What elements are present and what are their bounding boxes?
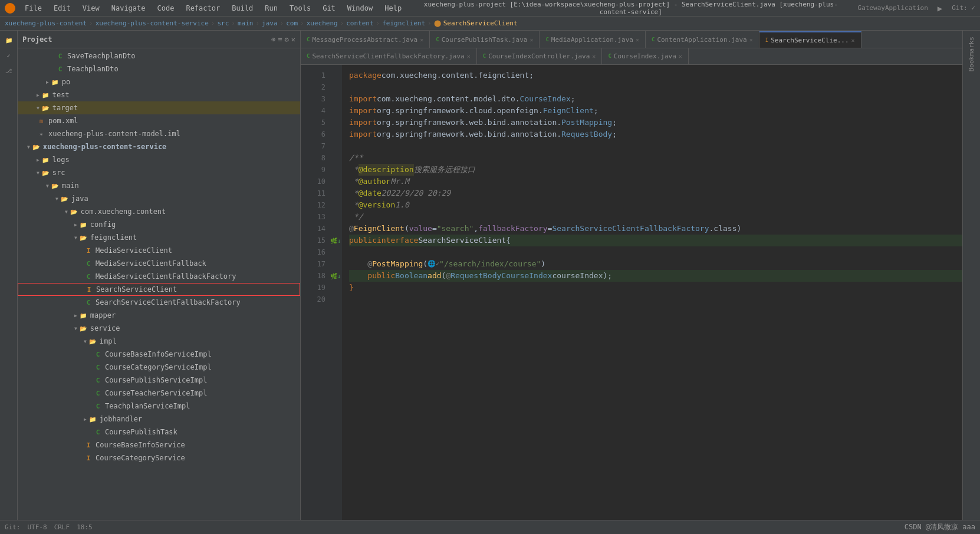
tree-item-feignclient[interactable]: ▼ 📂 feignclient	[18, 231, 300, 244]
panel-icon-expand[interactable]: ≡	[278, 35, 282, 44]
tree-item-CoursePublishServiceImpl[interactable]: C CoursePublishServiceImpl	[18, 374, 300, 387]
breadcrumb-item-10[interactable]: SearchServiceClient	[443, 19, 518, 27]
menu-help[interactable]: Help	[382, 3, 404, 14]
tab-ContentApplication[interactable]: C ContentApplication.java ✕	[646, 31, 759, 48]
tree-item-MediaServiceClientFallback[interactable]: C MediaServiceClientFallback	[18, 257, 300, 270]
menu-tools[interactable]: Tools	[287, 3, 313, 14]
menu-view[interactable]: View	[80, 3, 102, 14]
java-class-icon: C	[84, 298, 93, 307]
tree-item-CourseBaseInfoService[interactable]: I CourseBaseInfoService	[18, 439, 300, 451]
menu-code[interactable]: Code	[155, 3, 177, 14]
breadcrumb-item-1[interactable]: xuecheng-plus-content-service	[96, 19, 209, 27]
tree-item-package[interactable]: ▼ 📂 com.xuecheng.content	[18, 205, 300, 218]
window-title: xuecheng-plus-project [E:\idea-workspace…	[411, 1, 850, 16]
tree-item-TeachplanServiceImpl[interactable]: C TeachplanServiceImpl	[18, 400, 300, 413]
interface-name: SearchServiceClient	[418, 235, 506, 246]
breadcrumb-item-7[interactable]: content	[346, 19, 373, 27]
tree-item-logs[interactable]: ▶ 📁 logs	[18, 153, 300, 166]
tree-item-CourseCategoryServiceImpl[interactable]: C CourseCategoryServiceImpl	[18, 361, 300, 374]
tab-CoursePublishTask[interactable]: C CoursePublishTask.java ✕	[430, 31, 540, 48]
tab-label: CourseIndex.java	[614, 52, 676, 60]
folder-open-icon: 📂	[60, 194, 69, 203]
tree-item-po[interactable]: ▶ 📁 po	[18, 75, 300, 88]
breadcrumb-sep-2: ›	[231, 19, 235, 27]
tree-item-jobhandler[interactable]: ▶ 📁 jobhandler	[18, 413, 300, 426]
breadcrumb-item-5[interactable]: com	[286, 19, 298, 27]
tree-item-MediaServiceClientFallbackFactory[interactable]: C MediaServiceClientFallbackFactory	[18, 270, 300, 283]
tree-item-config[interactable]: ▶ 📁 config	[18, 218, 300, 231]
java-interface-icon: I	[84, 246, 93, 255]
code-content[interactable]: package com.xuecheng.content.feignclient…	[342, 65, 962, 520]
tree-item-content-service[interactable]: ▼ 📂 xuecheng-plus-content-service	[18, 140, 300, 153]
menu-file[interactable]: File	[22, 3, 44, 14]
string: "/search/index/course"	[439, 258, 541, 270]
folder-open-icon: 📂	[78, 324, 88, 333]
tab-close-button[interactable]: ✕	[420, 37, 423, 43]
tab-close-button[interactable]: ✕	[467, 53, 471, 60]
sidebar-icon-project[interactable]: 📁	[2, 33, 16, 47]
panel-icon-collapse[interactable]: ⊕	[271, 35, 275, 44]
tab-CourseIndex[interactable]: C CourseIndex.java ✕	[602, 48, 688, 64]
comment: *	[349, 164, 359, 176]
tab-close-button[interactable]: ✕	[636, 37, 639, 43]
sidebar-icon-commit[interactable]: ✓	[2, 48, 16, 62]
breadcrumb-item-2[interactable]: src	[217, 19, 229, 27]
tree-label: logs	[52, 156, 70, 164]
tab-MessageProcessAbstract[interactable]: C MessageProcessAbstract.java ✕	[301, 31, 430, 48]
tree-item-java[interactable]: ▼ 📂 java	[18, 192, 300, 205]
run-button[interactable]: ▶	[938, 4, 942, 13]
chevron-down-icon: ▼	[55, 196, 58, 202]
tree-item-pom[interactable]: m pom.xml	[18, 114, 300, 127]
tab-close-button[interactable]: ✕	[749, 37, 753, 43]
run-config[interactable]: GatewayApplication	[858, 4, 928, 12]
breadcrumb-item-4[interactable]: java	[262, 19, 278, 27]
menu-edit[interactable]: Edit	[51, 3, 73, 14]
tab-SearchServiceClientFallbackFactory[interactable]: C SearchServiceClientFallbackFactory.jav…	[301, 48, 477, 64]
tree-item-service[interactable]: ▼ 📂 service	[18, 322, 300, 335]
menu-navigate[interactable]: Navigate	[109, 3, 148, 14]
line-numbers: 12345 678910 1112131415 1617181920	[301, 65, 330, 520]
tree-item-iml[interactable]: ✶ xuecheng-plus-content-model.iml	[18, 127, 300, 140]
tree-item-src[interactable]: ▼ 📂 src	[18, 166, 300, 179]
menu-refactor[interactable]: Refactor	[183, 3, 222, 14]
tab-close-button[interactable]: ✕	[851, 37, 855, 44]
tab-MediaApplication[interactable]: C MediaApplication.java ✕	[540, 31, 646, 48]
menu-window[interactable]: Window	[345, 3, 375, 14]
tree-item-SearchServiceClient[interactable]: I SearchServiceClient	[18, 283, 300, 296]
tree-item-MediaServiceClient[interactable]: I MediaServiceClient	[18, 244, 300, 257]
tab-close-button[interactable]: ✕	[679, 53, 682, 60]
tree-item-target[interactable]: ▼ 📂 target	[18, 101, 300, 114]
tree-item-mapper[interactable]: ▶ 📁 mapper	[18, 309, 300, 322]
tree-item-TeachplanDto[interactable]: C TeachplanDto	[18, 62, 300, 75]
git-button[interactable]: Git: ✓	[952, 4, 975, 12]
panel-icon-settings[interactable]: ⚙	[285, 35, 289, 44]
panel-icon-close[interactable]: ✕	[291, 35, 295, 44]
tree-item-impl[interactable]: ▼ 📂 impl	[18, 335, 300, 348]
tree-item-test[interactable]: ▶ 📁 test	[18, 88, 300, 101]
bookmarks-label[interactable]: Bookmarks	[965, 33, 978, 75]
menu-run[interactable]: Run	[262, 3, 280, 14]
panel-title: Project	[22, 35, 268, 44]
tab-java-icon: C	[307, 53, 310, 59]
tree-item-CourseBaseInfoServiceImpl[interactable]: C CourseBaseInfoServiceImpl	[18, 348, 300, 361]
tree-item-SearchServiceClientFallbackFactory[interactable]: C SearchServiceClientFallbackFactory	[18, 296, 300, 309]
tree-label: main	[62, 182, 79, 190]
tab-close-button[interactable]: ✕	[592, 53, 596, 60]
tab-close-button[interactable]: ✕	[530, 37, 533, 43]
tree-item-CoursePublishTask[interactable]: C CoursePublishTask	[18, 426, 300, 439]
tree-item-CourseCategoryService[interactable]: I CourseCategoryService	[18, 451, 300, 464]
breadcrumb-item-3[interactable]: main	[238, 19, 254, 27]
tree-item-SaveTeachplanDto[interactable]: C SaveTeachplanDto	[18, 50, 300, 62]
menu-git[interactable]: Git	[320, 3, 338, 14]
breadcrumb-sep-7: ›	[376, 19, 380, 27]
tab-SearchServiceClient[interactable]: I SearchServiceClie... ✕	[759, 31, 861, 48]
sidebar-icon-git[interactable]: ⎇	[2, 64, 16, 78]
tree-item-main[interactable]: ▼ 📂 main	[18, 179, 300, 192]
tree-item-CourseTeacherServiceImpl[interactable]: C CourseTeacherServiceImpl	[18, 387, 300, 400]
menu-build[interactable]: Build	[229, 3, 255, 14]
breadcrumb-item-9[interactable]: ⬤	[434, 19, 441, 27]
breadcrumb-item-6[interactable]: xuecheng	[307, 19, 338, 27]
breadcrumb-item-0[interactable]: xuecheng-plus-content	[5, 19, 87, 27]
tab-CourseIndexController[interactable]: C CourseIndexController.java ✕	[477, 48, 603, 64]
breadcrumb-item-8[interactable]: feignclient	[382, 19, 425, 27]
